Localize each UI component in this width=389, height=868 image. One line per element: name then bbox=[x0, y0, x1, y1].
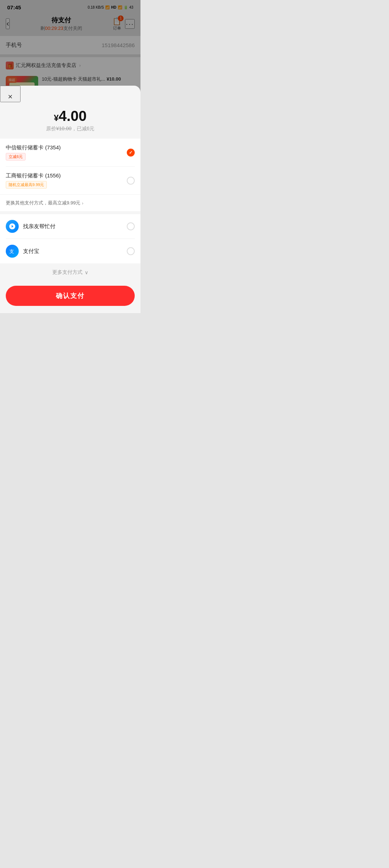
friend-pay-option[interactable]: 找亲友帮忙付 bbox=[6, 214, 135, 239]
icbc-bank-name: 工商银行储蓄卡 (1556) bbox=[6, 172, 123, 179]
citic-bank-name: 中信银行储蓄卡 (7354) bbox=[6, 144, 123, 151]
alt-payment-section: 找亲友帮忙付 支 支付宝 bbox=[0, 214, 140, 263]
other-payment-link[interactable]: 更换其他支付方式，最高立减9.99元 › bbox=[0, 194, 140, 211]
bottom-sheet: × ¥4.00 原价¥10.00，已减6元 中信银行储蓄卡 (7354) 立减6… bbox=[0, 86, 140, 313]
sheet-close-button[interactable]: × bbox=[0, 86, 21, 102]
citic-radio[interactable] bbox=[127, 149, 135, 157]
friend-pay-radio[interactable] bbox=[127, 222, 135, 230]
original-price-row: 原价¥10.00，已减6元 bbox=[0, 126, 140, 132]
alipay-option[interactable]: 支 支付宝 bbox=[6, 239, 135, 263]
more-payment-section[interactable]: 更多支付方式 ∨ bbox=[0, 263, 140, 281]
original-price-value: ¥10.00 bbox=[56, 126, 72, 131]
icbc-tag: 随机立减最高9.99元 bbox=[6, 181, 47, 189]
citic-tag: 立减6元 bbox=[6, 153, 26, 161]
price-number: 4.00 bbox=[59, 108, 87, 124]
original-label: 原价 bbox=[46, 126, 56, 131]
currency-symbol: ¥ bbox=[54, 113, 58, 123]
more-payment-label: 更多支付方式 bbox=[52, 269, 82, 276]
confirm-payment-button[interactable]: 确认支付 bbox=[6, 286, 135, 306]
payment-option-icbc-info: 工商银行储蓄卡 (1556) 随机立减最高9.99元 bbox=[6, 172, 123, 189]
payment-section: 中信银行储蓄卡 (7354) 立减6元 工商银行储蓄卡 (1556) 随机立减最… bbox=[0, 139, 140, 194]
svg-text:支: 支 bbox=[9, 249, 14, 254]
alipay-name: 支付宝 bbox=[23, 248, 122, 255]
payment-option-icbc[interactable]: 工商银行储蓄卡 (1556) 随机立减最高9.99元 bbox=[6, 167, 135, 194]
icbc-radio[interactable] bbox=[127, 177, 135, 185]
friend-pay-icon bbox=[6, 220, 19, 233]
payment-option-citic-info: 中信银行储蓄卡 (7354) 立减6元 bbox=[6, 144, 123, 161]
sheet-amount: ¥4.00 原价¥10.00，已减6元 bbox=[0, 102, 140, 134]
main-price: ¥4.00 bbox=[0, 108, 140, 124]
alipay-radio[interactable] bbox=[127, 247, 135, 255]
more-payment-icon: ∨ bbox=[85, 270, 88, 275]
other-payment-arrow: › bbox=[82, 200, 83, 206]
payment-option-citic[interactable]: 中信银行储蓄卡 (7354) 立减6元 bbox=[6, 139, 135, 167]
friend-pay-name: 找亲友帮忙付 bbox=[23, 223, 122, 230]
discount-label: ，已减6元 bbox=[72, 126, 95, 131]
other-payment-text: 更换其他支付方式，最高立减9.99元 bbox=[6, 200, 80, 206]
alipay-icon: 支 bbox=[6, 245, 19, 258]
